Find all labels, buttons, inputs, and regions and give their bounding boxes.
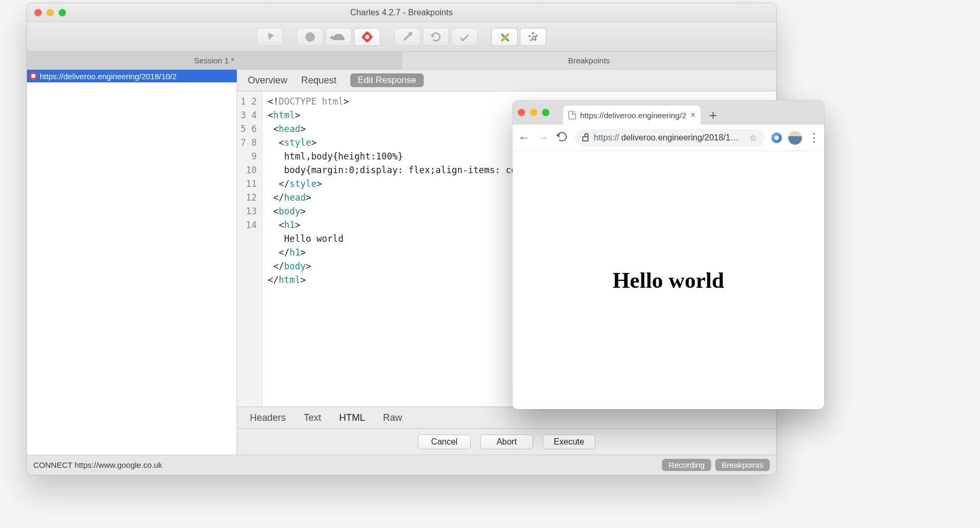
session-url: https://deliveroo.engineering/2018/10/2 xyxy=(40,72,176,81)
reload-icon xyxy=(557,132,567,142)
forward-button[interactable]: → xyxy=(537,131,549,145)
address-bar[interactable]: https://deliveroo.engineering/2018/1… ☆ xyxy=(575,129,765,147)
chrome-minimize-button[interactable] xyxy=(530,109,537,116)
column-headers: Session 1 * Breakpoints xyxy=(27,52,776,70)
page-content: Hello world xyxy=(512,151,824,409)
check-icon xyxy=(460,32,469,41)
tab-close-icon[interactable]: × xyxy=(690,110,695,120)
new-tab-button[interactable]: + xyxy=(706,106,720,125)
record-button[interactable] xyxy=(297,28,323,46)
back-button[interactable]: ← xyxy=(518,131,530,145)
page-heading: Hello world xyxy=(612,268,724,293)
repeat-button[interactable] xyxy=(423,28,449,46)
chrome-tab[interactable]: https://deliveroo.engineering/2 × xyxy=(563,106,701,125)
chrome-traffic-lights xyxy=(518,109,549,116)
chrome-zoom-button[interactable] xyxy=(542,109,549,116)
pencil-icon xyxy=(403,33,412,41)
window-close-button[interactable] xyxy=(34,9,42,16)
cursor-icon xyxy=(266,33,274,41)
body-view-tabs: Headers Text HTML Raw xyxy=(237,407,776,428)
status-recording-pill[interactable]: Recording xyxy=(662,459,711,471)
session-list-item[interactable]: https://deliveroo.engineering/2018/10/2 xyxy=(27,70,237,82)
charles-titlebar: Charles 4.2.7 - Breakpoints xyxy=(27,3,776,22)
chrome-menu-button[interactable]: ⋮ xyxy=(808,131,819,145)
record-icon xyxy=(305,32,315,42)
window-minimize-button[interactable] xyxy=(46,9,54,16)
chrome-tab-bar: https://deliveroo.engineering/2 × + xyxy=(512,100,824,125)
view-tab-html[interactable]: HTML xyxy=(339,412,365,423)
view-tab-headers[interactable]: Headers xyxy=(250,412,286,423)
window-title: Charles 4.2.7 - Breakpoints xyxy=(27,8,776,17)
breakpoints-button[interactable] xyxy=(354,28,380,46)
action-buttons: Cancel Abort Execute xyxy=(237,428,776,455)
tab-edit-response[interactable]: Edit Response xyxy=(350,73,424,87)
validate-button[interactable] xyxy=(451,28,478,46)
settings-button[interactable] xyxy=(520,28,546,46)
reload-button[interactable] xyxy=(556,131,568,145)
response-tabs: Overview Request Edit Response xyxy=(237,70,776,91)
tools-icon xyxy=(500,32,509,42)
breakpoints-column-header[interactable]: Breakpoints xyxy=(402,52,777,69)
url-scheme: https:// xyxy=(594,133,619,143)
abort-button[interactable]: Abort xyxy=(480,435,533,449)
chrome-toolbar: ← → https://deliveroo.engineering/2018/1… xyxy=(512,125,824,151)
compose-button[interactable] xyxy=(394,28,421,46)
throttle-button[interactable] xyxy=(325,28,352,46)
cursor-tool-button[interactable] xyxy=(257,28,283,46)
cancel-button[interactable]: Cancel xyxy=(418,435,471,449)
breakpoint-hit-icon xyxy=(29,72,38,80)
execute-button[interactable]: Execute xyxy=(543,435,595,449)
view-tab-raw[interactable]: Raw xyxy=(383,412,402,423)
tab-request[interactable]: Request xyxy=(301,75,337,86)
window-zoom-button[interactable] xyxy=(59,9,66,16)
refresh-icon xyxy=(431,32,441,42)
extension-icon[interactable] xyxy=(771,133,782,143)
status-bar: CONNECT https://www.google.co.uk Recordi… xyxy=(27,455,776,475)
traffic-lights xyxy=(34,9,66,16)
status-left-text: CONNECT https://www.google.co.uk xyxy=(33,460,162,469)
status-breakpoints-pill[interactable]: Breakpoints xyxy=(715,459,770,471)
url-rest: deliveroo.engineering/2018/1… xyxy=(621,133,739,143)
charles-toolbar xyxy=(27,22,776,52)
chrome-tab-title: https://deliveroo.engineering/2 xyxy=(580,111,686,120)
breakpoint-icon xyxy=(361,31,374,43)
tab-overview[interactable]: Overview xyxy=(248,75,287,86)
session-column-header[interactable]: Session 1 * xyxy=(27,52,402,69)
tools-button[interactable] xyxy=(491,28,518,46)
session-sidebar: https://deliveroo.engineering/2018/10/2 xyxy=(27,70,237,455)
view-tab-text[interactable]: Text xyxy=(304,412,321,423)
turtle-icon xyxy=(333,34,344,40)
chrome-window: https://deliveroo.engineering/2 × + ← → … xyxy=(512,100,824,409)
lock-icon xyxy=(582,136,589,142)
profile-avatar[interactable] xyxy=(788,131,802,145)
page-icon xyxy=(568,111,576,119)
gear-icon xyxy=(528,32,538,42)
chrome-close-button[interactable] xyxy=(518,109,525,116)
line-number-gutter: 1 2 3 4 5 6 7 8 9 10 11 12 13 14 xyxy=(237,91,263,407)
